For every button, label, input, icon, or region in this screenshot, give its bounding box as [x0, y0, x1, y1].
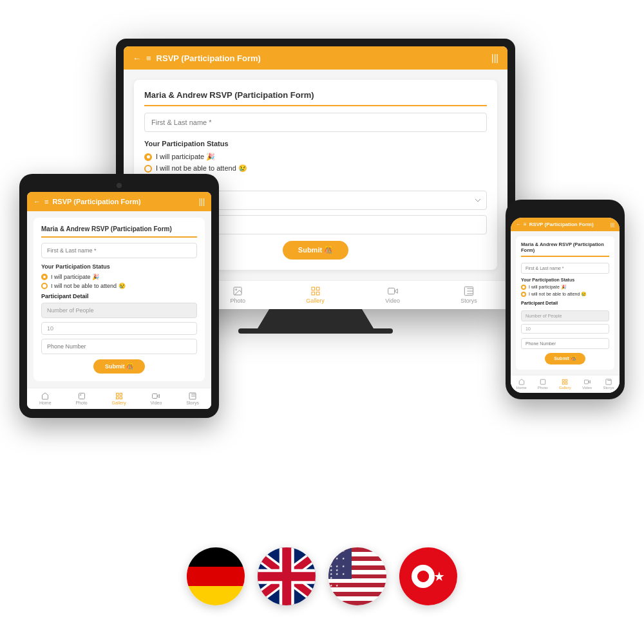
phone-radio-participate[interactable]: I will participate 🎉 [521, 285, 609, 290]
monitor-nav-video[interactable]: Video [385, 286, 400, 304]
flags-row: ★ ★ ★ ★ ★★ ★ ★ ★★ ★ ★ ★ ★★ ★ ★ ★★ ★ ★ ★ … [187, 547, 457, 605]
phone-card: Maria & Andrew RSVP (Participation Form)… [516, 236, 614, 370]
tablet-participation-label: Your Participation Status [41, 263, 197, 270]
tablet-radio-dot-participate [41, 274, 48, 280]
tablet-body: Maria & Andrew RSVP (Participation Form)… [27, 211, 211, 388]
tablet-camera-bar [27, 183, 211, 188]
tablet-card: Maria & Andrew RSVP (Participation Form)… [33, 218, 205, 381]
monitor-nav-storys-label: Storys [460, 298, 477, 304]
tablet-radio-participate-label: I will participate 🎉 [51, 274, 99, 280]
phone-radio-not-attend[interactable]: I will not be able to attend 😢 [521, 292, 609, 297]
svg-marker-6 [394, 289, 397, 294]
tablet-radio-not-attend-label: I will not be able to attend 😢 [51, 283, 126, 289]
monitor-stand [258, 309, 374, 328]
tablet-nav-photo[interactable]: Photo [75, 392, 87, 405]
phone-notch [543, 206, 588, 215]
phone-title: RSVP (Participation Form) [529, 222, 594, 227]
tablet-nav-gallery[interactable]: Gallery [112, 392, 126, 405]
tablet-nav-home[interactable]: Home [39, 392, 52, 405]
tablet-phone-input[interactable] [41, 339, 197, 354]
tablet-camera [117, 183, 122, 188]
monitor-participation-label: Your Participation Status [144, 140, 487, 147]
monitor-radio-not-attend[interactable]: I will not be able to attend 😢 [144, 164, 487, 173]
svg-rect-26 [540, 379, 545, 384]
phone-nav-storys[interactable]: Storys [603, 379, 614, 390]
phone-nav-home[interactable]: Home [516, 379, 527, 390]
svg-rect-15 [79, 393, 84, 399]
tablet-number-value: 10 [41, 322, 197, 335]
monitor-name-input[interactable] [144, 113, 487, 132]
phone-participant-detail-label: Participant Detail [521, 301, 609, 305]
tablet-header: ← ≡ RSVP (Participation Form) ||| [27, 192, 211, 211]
monitor-nav-gallery[interactable]: Gallery [306, 286, 325, 304]
menu-icon[interactable]: ≡ [146, 53, 151, 63]
monitor-nav-storys[interactable]: Storys [460, 286, 477, 304]
flag-germany[interactable] [187, 547, 245, 605]
svg-rect-7 [388, 288, 394, 294]
tablet-title: RSVP (Participation Form) [52, 198, 140, 205]
phone-signal-icon: ||| [611, 222, 614, 227]
phone-back-icon[interactable]: ← [516, 222, 521, 227]
radio-dot-participate [144, 153, 152, 161]
phone-submit-button[interactable]: Submit 🎊 [545, 353, 585, 365]
monitor-nav-photo[interactable]: Photo [230, 286, 245, 304]
tablet-name-input[interactable] [41, 243, 197, 258]
flag-turkey[interactable]: ★ [399, 547, 457, 605]
svg-rect-22 [153, 394, 158, 399]
tablet-participant-detail-label: Participant Detail [41, 293, 197, 299]
svg-rect-30 [565, 383, 567, 384]
phone-participation-label: Your Participation Status [521, 278, 609, 282]
svg-rect-20 [120, 397, 122, 399]
svg-rect-5 [316, 292, 319, 295]
tablet-card-title: Maria & Andrew RSVP (Participation Form) [41, 225, 197, 238]
tablet-nav-storys[interactable]: Storys [186, 392, 199, 405]
tablet-number-select[interactable]: Number of People 10 [41, 303, 197, 318]
monitor-header: ← ≡ RSVP (Participation Form) ||| [124, 46, 507, 70]
monitor-nav-gallery-label: Gallery [306, 298, 325, 304]
monitor-title: RSVP (Participation Form) [156, 53, 261, 63]
signal-icon: ||| [491, 53, 498, 63]
svg-rect-29 [562, 383, 564, 384]
svg-rect-28 [565, 379, 567, 381]
phone-number-select[interactable]: Number of People 10 [521, 310, 609, 321]
tablet-nav-video[interactable]: Video [151, 392, 162, 405]
phone-nav-gallery[interactable]: Gallery [559, 379, 571, 390]
svg-rect-18 [120, 393, 122, 396]
tablet-outer: ← ≡ RSVP (Participation Form) ||| Maria … [19, 174, 219, 418]
phone-phone-input[interactable] [521, 338, 609, 349]
svg-rect-3 [316, 287, 319, 290]
svg-marker-21 [157, 395, 160, 398]
flag-uk[interactable] [258, 547, 316, 605]
scene: ← ≡ RSVP (Participation Form) ||| Maria … [0, 0, 644, 644]
svg-rect-33 [606, 379, 611, 384]
svg-point-1 [236, 289, 237, 290]
tablet-signal-icon: ||| [199, 197, 205, 206]
svg-rect-17 [116, 393, 118, 396]
tablet-radio-participate[interactable]: I will participate 🎉 [41, 274, 197, 280]
monitor-radio-participate-label: I will participate 🎉 [156, 153, 215, 161]
flag-usa[interactable]: ★ ★ ★ ★ ★★ ★ ★ ★★ ★ ★ ★ ★★ ★ ★ ★★ ★ ★ ★ … [328, 547, 386, 605]
phone-nav-photo[interactable]: Photo [538, 379, 548, 390]
phone-name-input[interactable] [521, 263, 609, 274]
back-icon[interactable]: ← [133, 53, 141, 63]
phone-radio-dot-not-attend [521, 292, 526, 297]
tablet-radio-not-attend[interactable]: I will not be able to attend 😢 [41, 283, 197, 289]
phone-nav-video[interactable]: Video [582, 379, 592, 390]
tablet-back-icon[interactable]: ← [33, 198, 41, 205]
tablet-submit-button[interactable]: Submit 🎊 [93, 359, 145, 374]
tablet-menu-icon[interactable]: ≡ [44, 198, 48, 205]
monitor-submit-button[interactable]: Submit 🎊 [283, 241, 348, 260]
tablet: ← ≡ RSVP (Participation Form) ||| Maria … [19, 174, 219, 418]
svg-point-16 [80, 395, 81, 396]
phone-menu-icon[interactable]: ≡ [524, 222, 527, 227]
phone-screen: ← ≡ RSVP (Participation Form) ||| Maria … [511, 218, 620, 393]
svg-rect-27 [562, 379, 564, 381]
svg-rect-32 [584, 380, 588, 384]
phone-header: ← ≡ RSVP (Participation Form) ||| [511, 218, 620, 231]
svg-rect-19 [116, 397, 118, 399]
monitor-radio-participate[interactable]: I will participate 🎉 [144, 153, 487, 161]
phone-radio-dot-participate [521, 285, 526, 290]
radio-dot-not-attend [144, 165, 152, 173]
phone-card-title: Maria & Andrew RSVP (Participation Form) [521, 242, 609, 257]
monitor-radio-not-attend-label: I will not be able to attend 😢 [156, 164, 247, 173]
